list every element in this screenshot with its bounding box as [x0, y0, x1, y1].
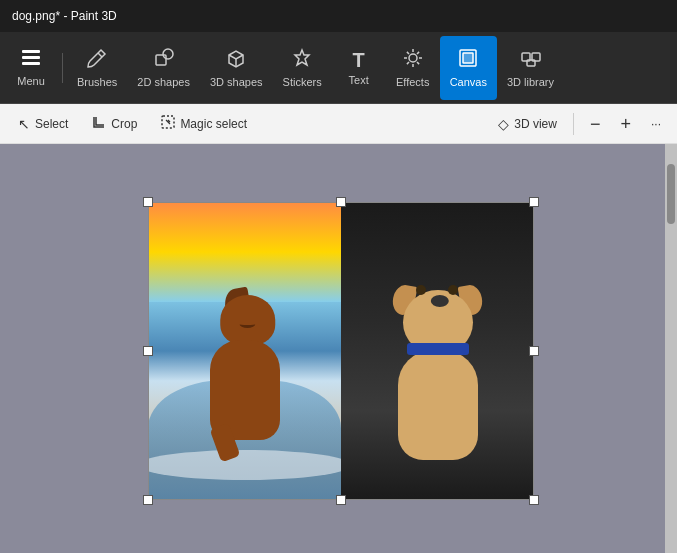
svg-rect-2	[22, 62, 40, 65]
svg-rect-1	[22, 56, 40, 59]
2dshapes-icon	[153, 47, 175, 72]
3dlibrary-icon	[520, 47, 542, 72]
handle-bottom-middle[interactable]	[336, 495, 346, 505]
scrollbar[interactable]	[665, 144, 677, 553]
3dview-label: 3D view	[514, 117, 557, 131]
crop-label: Crop	[111, 117, 137, 131]
window-title: dog.png* - Paint 3D	[12, 9, 117, 23]
scrollbar-thumb[interactable]	[667, 164, 675, 224]
select-icon: ↖	[18, 116, 30, 132]
magic-select-label: Magic select	[180, 117, 247, 131]
handle-top-right[interactable]	[529, 197, 539, 207]
toolbar-3dlibrary[interactable]: 3D library	[497, 36, 564, 100]
drawing-canvas[interactable]	[148, 202, 534, 500]
puppy-nose	[430, 295, 448, 307]
dog-beach-image	[148, 202, 341, 500]
puppy-collar	[407, 343, 469, 355]
foam	[148, 450, 341, 480]
toolbar-brushes[interactable]: Brushes	[67, 36, 127, 100]
svg-line-14	[407, 62, 409, 64]
sub-toolbar-right: ◇ 3D view − + ···	[490, 111, 669, 137]
zoom-out-label: −	[590, 115, 601, 133]
3dlibrary-label: 3D library	[507, 76, 554, 88]
toolbar-menu[interactable]: Menu	[4, 36, 58, 100]
toolbar-2dshapes[interactable]: 2D shapes	[127, 36, 200, 100]
dog-puppy-image	[341, 202, 534, 500]
sub-separator	[573, 113, 574, 135]
toolbar-stickers[interactable]: Stickers	[273, 36, 332, 100]
magic-select-button[interactable]: Magic select	[151, 111, 257, 136]
3dshapes-label: 3D shapes	[210, 76, 263, 88]
crop-icon	[92, 115, 106, 132]
more-options-button[interactable]: ···	[643, 113, 669, 135]
zoom-in-label: +	[620, 115, 631, 133]
brushes-label: Brushes	[77, 76, 117, 88]
crop-button[interactable]: Crop	[82, 111, 147, 136]
magic-select-icon	[161, 115, 175, 132]
zoom-in-button[interactable]: +	[612, 111, 639, 137]
2dshapes-label: 2D shapes	[137, 76, 190, 88]
handle-top-middle[interactable]	[336, 197, 346, 207]
handle-bottom-left[interactable]	[143, 495, 153, 505]
toolbar-separator-1	[62, 53, 63, 83]
handle-middle-right[interactable]	[529, 346, 539, 356]
3dshapes-icon	[225, 47, 247, 72]
canvas-area	[0, 144, 677, 553]
effects-label: Effects	[396, 76, 429, 88]
menu-icon	[20, 48, 42, 71]
svg-point-7	[409, 54, 417, 62]
svg-rect-0	[22, 50, 40, 53]
3dview-icon: ◇	[498, 116, 509, 132]
canvas-icon	[457, 47, 479, 72]
svg-point-5	[163, 49, 173, 59]
menu-label: Menu	[17, 75, 45, 87]
svg-rect-17	[463, 53, 473, 63]
handle-middle-left[interactable]	[143, 346, 153, 356]
svg-line-12	[407, 52, 409, 54]
select-label: Select	[35, 117, 68, 131]
sub-toolbar: ↖ Select Crop Magic select ◇ 3D view −	[0, 104, 677, 144]
text-icon: T	[353, 50, 365, 70]
dog-mouth	[239, 320, 255, 328]
more-options-label: ···	[651, 117, 661, 131]
stickers-label: Stickers	[283, 76, 322, 88]
canvas-label: Canvas	[450, 76, 487, 88]
effects-icon	[402, 47, 424, 72]
svg-line-13	[417, 62, 419, 64]
main-toolbar: Menu Brushes 2D shapes 3D shapes	[0, 32, 677, 104]
svg-line-15	[417, 52, 419, 54]
puppy-body	[398, 350, 478, 460]
text-label: Text	[349, 74, 369, 86]
toolbar-3dshapes[interactable]: 3D shapes	[200, 36, 273, 100]
zoom-out-button[interactable]: −	[582, 111, 609, 137]
svg-line-3	[98, 53, 102, 57]
toolbar-text[interactable]: T Text	[332, 36, 386, 100]
toolbar-effects[interactable]: Effects	[386, 36, 440, 100]
stickers-icon	[291, 47, 313, 72]
toolbar-canvas[interactable]: Canvas	[440, 36, 497, 100]
puppy-eye-right	[448, 285, 458, 295]
puppy-eye-left	[416, 285, 426, 295]
3dview-button[interactable]: ◇ 3D view	[490, 112, 565, 136]
handle-top-left[interactable]	[143, 197, 153, 207]
title-bar: dog.png* - Paint 3D	[0, 0, 677, 32]
handle-bottom-right[interactable]	[529, 495, 539, 505]
brushes-icon	[86, 47, 108, 72]
select-button[interactable]: ↖ Select	[8, 112, 78, 136]
